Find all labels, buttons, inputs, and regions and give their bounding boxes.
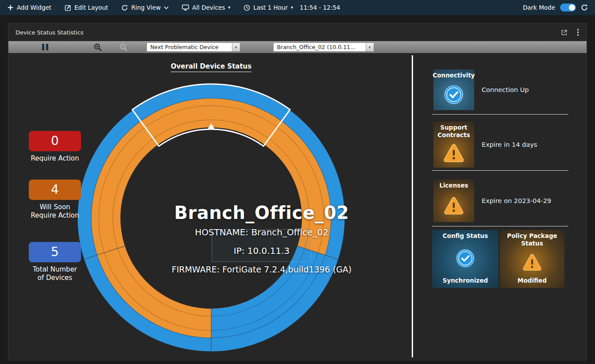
add-widget-button[interactable]: + Add Widget (7, 4, 51, 11)
licenses-title: Licenses (439, 180, 468, 189)
connectivity-tile[interactable]: Connectivity (433, 69, 474, 110)
problematic-device-select[interactable]: Next Problematic Device ▾ (147, 42, 240, 52)
edit-layout-button[interactable]: Edit Layout (65, 4, 108, 11)
ring-chart-title: Overall Device Status (171, 62, 251, 72)
check-circle-icon (444, 79, 464, 110)
config-status-tile[interactable]: Config Status Synchronized (432, 230, 498, 288)
add-widget-label: Add Widget (17, 4, 51, 11)
ring-view-label: Ring View (131, 4, 161, 11)
widget-header: Device Status Statistics (8, 23, 587, 41)
dark-mode-label: Dark Mode (523, 4, 555, 11)
licenses-status: Expire on 2023-04-29 (482, 197, 551, 204)
warning-triangle-icon (522, 247, 542, 277)
time-range-label: Last 1 Hour (253, 4, 288, 11)
selected-device-info: Branch_Office_02 HOSTNAME: Branch_Office… (172, 203, 352, 274)
device-select-value: Branch_Office_02 (10.0.11... (277, 44, 355, 50)
warning-triangle-icon (443, 139, 464, 168)
connectivity-status: Connection Up (482, 86, 529, 93)
stat-total-value: 5 (29, 242, 81, 262)
warning-triangle-icon (444, 189, 464, 222)
devices-monitor-icon (182, 4, 189, 11)
pause-button[interactable] (42, 44, 48, 50)
device-select[interactable]: Branch_Office_02 (10.0.11... ▾ (273, 42, 374, 52)
all-devices-dropdown[interactable]: All Devices ▾ (182, 4, 230, 11)
toggle-knob (569, 4, 575, 11)
topbar: + Add Widget Edit Layout Ring View All D… (0, 0, 595, 15)
caret-down-icon: ▾ (228, 5, 230, 10)
licenses-tile[interactable]: Licenses (433, 180, 474, 222)
support-contracts-card: Support Contracts Expire in 14 days (432, 119, 568, 171)
check-circle-icon (456, 240, 475, 277)
widget-header-icons (561, 28, 580, 37)
time-range-value: 11:54 - 12:54 (300, 4, 340, 11)
connectivity-card: Connectivity Connection Up (432, 65, 568, 115)
policy-package-status-value: Modified (518, 277, 547, 288)
device-ip: IP: 10.0.11.3 (172, 245, 352, 256)
refresh-icon[interactable] (581, 4, 588, 11)
widget-toolbar: Next Problematic Device ▾ Branch_Office_… (8, 41, 587, 53)
time-range-dropdown[interactable]: Last 1 Hour ▾ 11:54 - 12:54 (243, 4, 340, 11)
stat-require-action: 0 Require Action (29, 131, 81, 163)
stat-total-devices: 5 Total Number of Devices (29, 242, 81, 282)
stat-total-label: Total Number of Devices (29, 265, 81, 282)
device-firmware: FIRMWARE: FortiGate 7.2.4,build1396 (GA) (172, 264, 352, 274)
config-status-value: Synchronized (443, 277, 488, 288)
all-devices-label: All Devices (192, 4, 225, 11)
stat-will-soon-require-action: 4 Will Soon Require Action (29, 180, 81, 220)
open-external-icon[interactable] (561, 29, 568, 36)
stat-will-soon-label: Will Soon Require Action (29, 203, 81, 220)
kebab-menu-icon[interactable] (576, 28, 580, 37)
edit-pencil-icon (65, 4, 71, 11)
config-status-title: Config Status (443, 230, 488, 240)
support-contracts-tile[interactable]: Support Contracts (433, 122, 474, 168)
device-hostname: HOSTNAME: Branch_Office_02 (172, 227, 352, 238)
licenses-card: Licenses Expire on 2023-04-29 (432, 176, 568, 226)
topbar-right: Dark Mode (523, 4, 588, 11)
device-status-widget: Device Status Statistics Next Problemati… (8, 23, 587, 360)
ring-view-dropdown[interactable]: Ring View (121, 4, 169, 11)
chevron-down-icon (164, 6, 169, 9)
widget-content: Overall Device Status (8, 53, 587, 360)
support-contracts-status: Expire in 14 days (482, 141, 537, 148)
zoom-in-icon[interactable] (93, 43, 102, 52)
select-arrow-icon: ▾ (366, 43, 374, 51)
problematic-device-select-value: Next Problematic Device (151, 44, 219, 50)
plus-icon: + (7, 4, 14, 11)
device-name: Branch_Office_02 (172, 203, 352, 223)
support-contracts-title: Support Contracts (437, 122, 470, 139)
ring-view-icon (121, 4, 128, 11)
stat-require-action-label: Require Action (29, 154, 81, 163)
policy-package-status-tile[interactable]: Policy Package Status Modified (500, 230, 564, 288)
status-tiles-row: Config Status Synchronized Policy Packag… (432, 230, 564, 288)
stat-require-action-value: 0 (29, 131, 81, 151)
edit-layout-label: Edit Layout (74, 4, 108, 11)
stat-will-soon-value: 4 (29, 180, 81, 200)
dark-mode-toggle[interactable] (560, 4, 576, 11)
dashboard-page: + Add Widget Edit Layout Ring View All D… (0, 0, 595, 364)
policy-package-title: Policy Package Status (507, 230, 557, 247)
connectivity-title: Connectivity (433, 69, 475, 79)
caret-down-icon: ▾ (291, 5, 293, 10)
select-arrow-icon: ▾ (232, 43, 240, 51)
clock-icon (243, 4, 250, 11)
zoom-out-icon[interactable] (119, 43, 128, 52)
widget-title: Device Status Statistics (15, 29, 84, 36)
vertical-divider (412, 55, 413, 357)
